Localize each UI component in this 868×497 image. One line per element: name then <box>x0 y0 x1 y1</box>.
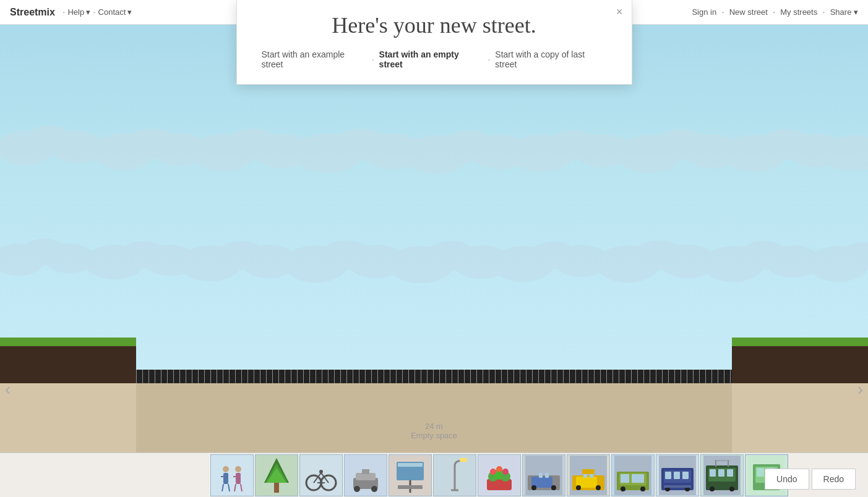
new-street-modal: × Here's your new street. Start with an … <box>236 0 632 85</box>
example-street-link[interactable]: Start with an example street <box>262 49 367 69</box>
copy-street-link[interactable]: Start with a copy of last street <box>495 49 606 69</box>
modal-sep-1: · <box>372 54 374 64</box>
modal-links: Start with an example street · Start wit… <box>262 49 607 69</box>
modal-close-button[interactable]: × <box>616 6 623 17</box>
modal-title: Here's your new street. <box>262 12 607 38</box>
empty-street-link[interactable]: Start with an empty street <box>379 49 483 69</box>
modal-overlay: × Here's your new street. Start with an … <box>0 0 868 497</box>
modal-sep-2: · <box>488 54 490 64</box>
